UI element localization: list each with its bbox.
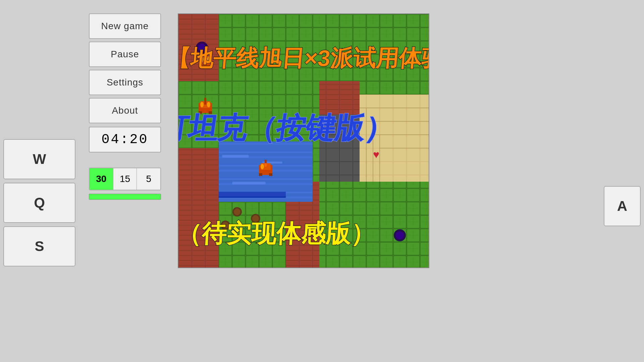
key-a-label: A [617,198,627,214]
svg-point-54 [396,231,404,239]
svg-rect-40 [222,155,249,158]
svg-point-75 [261,164,264,169]
svg-point-46 [234,208,240,215]
svg-rect-44 [219,196,286,198]
svg-point-76 [264,163,267,167]
svg-rect-42 [232,182,266,184]
health-bar [89,194,161,200]
svg-rect-73 [259,173,262,176]
score-boxes: 30 15 5 [89,168,161,190]
key-w-button[interactable]: W [3,139,75,179]
svg-text:（待实现体感版）: （待实现体感版） [178,220,376,247]
about-button[interactable]: About [89,98,161,123]
svg-rect-43 [219,192,286,196]
svg-text:♥: ♥ [373,148,379,161]
svg-text:打坦克（按键版）: 打坦克（按键版） [178,111,396,144]
game-canvas: ♥ 【地平线旭日×3派试用体验】 打坦克（按键版） （待实现体感版） [178,13,429,268]
pause-button[interactable]: Pause [89,42,161,67]
svg-point-68 [200,102,204,107]
svg-rect-74 [269,173,272,176]
game-scene: ♥ 【地平线旭日×3派试用体验】 打坦克（按键版） （待实现体感版） [178,14,429,267]
svg-point-69 [207,102,210,107]
key-w-label: W [33,151,46,167]
score-box-2: 15 [113,168,137,190]
left-panel: New game Pause Settings About 04:20 [89,13,161,153]
score-box-3: 5 [137,168,160,190]
score-box-1: 30 [90,168,113,190]
key-s-button[interactable]: S [3,226,75,266]
settings-button[interactable]: Settings [89,70,161,95]
key-q-button[interactable]: Q [3,183,75,223]
key-q-label: Q [34,195,45,211]
key-s-label: S [35,238,44,254]
new-game-button[interactable]: New game [89,13,161,39]
score-section: 30 15 5 [89,168,161,200]
key-a-button[interactable]: A [604,186,641,226]
timer-display: 04:20 [89,127,161,153]
svg-rect-65 [204,98,206,105]
svg-text:【地平线旭日×3派试用体验】: 【地平线旭日×3派试用体验】 [178,45,429,71]
